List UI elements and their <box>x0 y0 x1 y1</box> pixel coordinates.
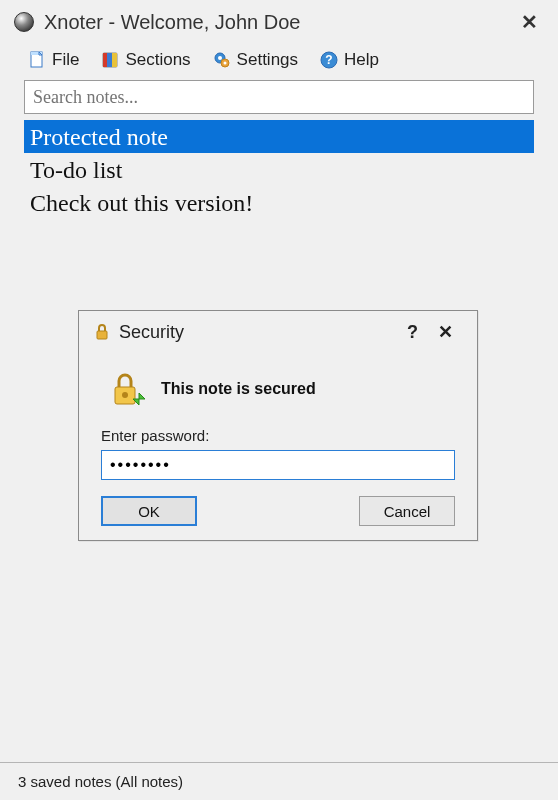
dialog-help-button[interactable]: ? <box>397 322 428 343</box>
menu-settings[interactable]: Settings <box>213 50 298 70</box>
search-input[interactable] <box>24 80 534 114</box>
svg-point-8 <box>218 56 222 60</box>
help-icon: ? <box>320 51 338 69</box>
window-title: Xnoter - Welcome, John Doe <box>44 11 515 34</box>
statusbar: 3 saved notes (All notes) <box>0 762 558 800</box>
menu-file-label: File <box>52 50 79 70</box>
cancel-button[interactable]: Cancel <box>359 496 455 526</box>
note-item[interactable]: Protected note <box>24 120 534 153</box>
svg-point-10 <box>223 62 226 65</box>
dialog-title-text: Security <box>119 322 184 343</box>
dialog-button-row: OK Cancel <box>101 496 455 526</box>
lock-large-icon <box>107 369 147 409</box>
svg-rect-6 <box>112 53 117 67</box>
titlebar: Xnoter - Welcome, John Doe ✕ <box>0 0 558 42</box>
svg-rect-4 <box>103 53 107 67</box>
dialog-titlebar: Security ? ✕ <box>79 311 477 351</box>
app-icon <box>14 12 34 32</box>
note-item[interactable]: To-do list <box>24 153 534 186</box>
menubar: File Sections Settings ? Help <box>0 42 558 80</box>
security-dialog: Security ? ✕ This note is secured Enter … <box>78 310 478 541</box>
menu-file[interactable]: File <box>28 50 79 70</box>
menu-help[interactable]: ? Help <box>320 50 379 70</box>
notes-list: Protected note To-do list Check out this… <box>0 120 558 219</box>
dialog-body: This note is secured Enter password: OK … <box>79 351 477 540</box>
dialog-message: This note is secured <box>161 380 316 398</box>
dialog-close-button[interactable]: ✕ <box>428 321 463 343</box>
dialog-message-row: This note is secured <box>101 361 455 427</box>
menu-help-label: Help <box>344 50 379 70</box>
password-input[interactable] <box>101 450 455 480</box>
menu-sections-label: Sections <box>125 50 190 70</box>
svg-rect-13 <box>97 331 107 339</box>
sections-icon <box>101 51 119 69</box>
svg-point-15 <box>122 392 128 398</box>
search-container <box>0 80 558 120</box>
password-label: Enter password: <box>101 427 455 444</box>
lock-icon <box>93 323 111 341</box>
ok-button[interactable]: OK <box>101 496 197 526</box>
svg-text:?: ? <box>325 53 332 67</box>
file-icon <box>28 51 46 69</box>
gear-icon <box>213 51 231 69</box>
menu-settings-label: Settings <box>237 50 298 70</box>
svg-rect-5 <box>107 53 112 67</box>
status-text: 3 saved notes (All notes) <box>18 773 183 790</box>
note-item[interactable]: Check out this version! <box>24 186 534 219</box>
menu-sections[interactable]: Sections <box>101 50 190 70</box>
window-close-button[interactable]: ✕ <box>515 10 544 34</box>
